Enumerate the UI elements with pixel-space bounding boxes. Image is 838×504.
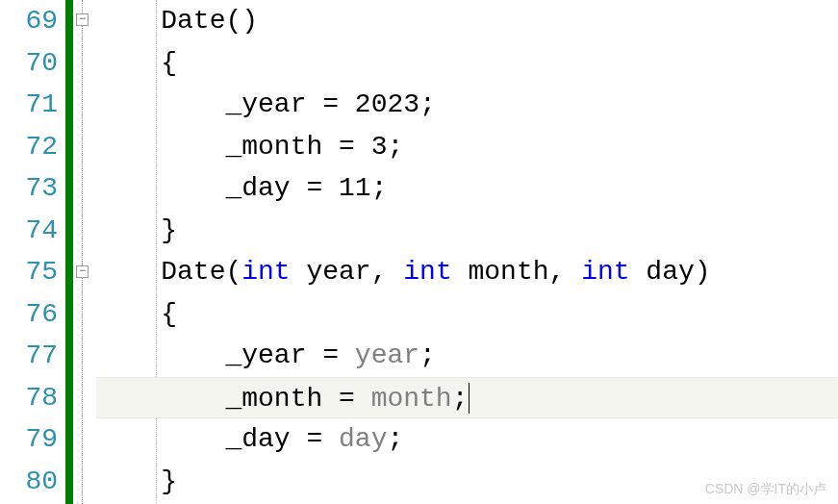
code-line[interactable]: { xyxy=(96,293,838,336)
code-line[interactable]: } xyxy=(96,210,838,252)
line-number: 80 xyxy=(0,461,58,503)
line-number: 76 xyxy=(0,293,58,336)
code-line-current[interactable]: _month = month; xyxy=(96,377,838,419)
parameter: month xyxy=(371,384,452,414)
line-number: 79 xyxy=(0,418,58,461)
keyword: int xyxy=(241,257,290,287)
line-number: 71 xyxy=(0,84,58,126)
keyword: int xyxy=(403,257,451,287)
keyword: int xyxy=(581,257,629,287)
code-line[interactable]: Date(int year, int month, int day) xyxy=(96,251,838,293)
code-editor[interactable]: Date() { _year = 2023; _month = 3; _day … xyxy=(96,0,838,504)
line-number: 69 xyxy=(0,0,58,42)
code-line[interactable]: _year = 2023; xyxy=(96,84,838,126)
fold-column: − − xyxy=(73,0,96,504)
line-number: 73 xyxy=(0,167,58,210)
fold-toggle-icon[interactable]: − xyxy=(76,265,89,278)
line-number: 75 xyxy=(0,251,58,293)
code-line[interactable]: _month = 3; xyxy=(96,126,838,168)
line-number-gutter: 69 70 71 72 73 74 75 76 77 78 79 80 xyxy=(0,0,65,504)
fold-toggle-icon[interactable]: − xyxy=(76,13,89,26)
change-indicator-bar xyxy=(65,0,73,504)
text-cursor xyxy=(469,383,470,414)
code-line[interactable]: _year = year; xyxy=(96,335,838,377)
code-line[interactable]: { xyxy=(96,42,838,85)
line-number: 72 xyxy=(0,126,58,168)
line-number: 77 xyxy=(0,335,58,377)
parameter: year xyxy=(355,340,419,370)
code-line[interactable]: _day = day; xyxy=(96,418,838,461)
code-line[interactable]: _day = 11; xyxy=(96,167,838,210)
line-number: 74 xyxy=(0,210,58,252)
fold-line xyxy=(82,0,83,504)
parameter: day xyxy=(339,424,387,454)
line-number: 70 xyxy=(0,42,58,85)
code-line[interactable]: Date() xyxy=(96,0,838,42)
line-number: 78 xyxy=(0,377,58,419)
watermark: CSDN @学IT的小卢 xyxy=(705,481,826,498)
